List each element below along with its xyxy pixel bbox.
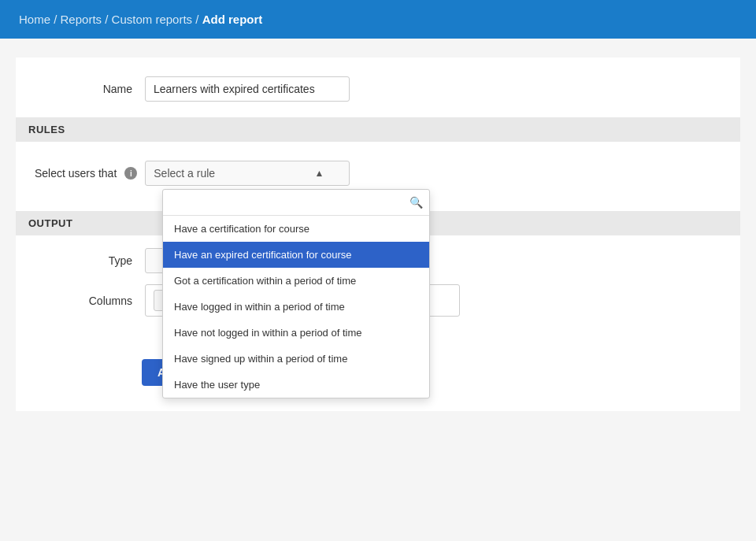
breadcrumb-sep1: / [50,13,61,26]
name-row: Name [16,57,740,117]
dropdown-item-2[interactable]: Got a certification within a period of t… [163,268,429,294]
breadcrumb-home[interactable]: Home [19,13,50,26]
dropdown-item-6[interactable]: Have the user type [163,372,429,398]
breadcrumb-sep2: / [102,13,112,26]
dropdown-item-5[interactable]: Have signed up within a period of time [163,346,429,372]
breadcrumb-reports[interactable]: Reports [61,13,102,26]
dropdown-search-row: 🔍 [163,190,429,216]
rules-section: Select users that i Select a rule ▲ 🔍 Ha… [16,142,740,198]
main-content: Name RULES Select users that i Select a … [16,57,740,411]
rules-section-header: RULES [16,117,740,142]
select-users-row: Select users that i Select a rule ▲ 🔍 Ha… [35,161,721,186]
breadcrumb-sep3: / [192,13,202,26]
dropdown-item-3[interactable]: Have logged in within a period of time [163,294,429,320]
info-icon[interactable]: i [124,167,137,180]
dropdown-item-4[interactable]: Have not logged in within a period of ti… [163,320,429,346]
search-icon: 🔍 [410,196,423,209]
type-label: Type [35,254,145,267]
header: Home / Reports / Custom reports / Add re… [0,0,756,39]
dropdown-popup: 🔍 Have a certification for course Have a… [162,189,430,398]
name-label: Name [35,83,145,95]
select-users-label: Select users that [35,167,117,180]
select-rule-dropdown[interactable]: Select a rule ▲ [145,161,350,186]
dropdown-item-0[interactable]: Have a certification for course [163,216,429,242]
name-input[interactable] [145,76,350,102]
chevron-up-icon: ▲ [314,168,324,179]
dropdown-search-input[interactable] [169,193,410,212]
dropdown-item-1[interactable]: Have an expired certification for course [163,242,429,268]
select-rule-placeholder: Select a rule [154,167,215,180]
breadcrumb-custom[interactable]: Custom reports [112,13,193,26]
breadcrumb: Home / Reports / Custom reports / Add re… [19,13,262,26]
breadcrumb-current: Add report [202,13,263,26]
columns-label: Columns [35,295,145,307]
